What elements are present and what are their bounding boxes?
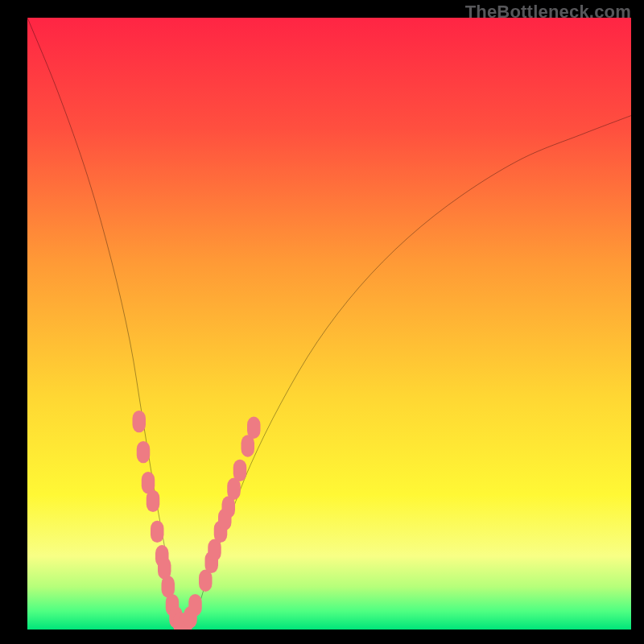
data-marker xyxy=(151,521,164,543)
data-markers xyxy=(133,411,261,630)
curve-layer xyxy=(27,18,631,630)
chart-frame: TheBottleneck.com xyxy=(0,0,644,644)
data-marker xyxy=(133,411,147,432)
bottleneck-curve xyxy=(27,18,631,623)
data-marker xyxy=(147,490,160,512)
data-marker xyxy=(233,460,247,481)
plot-area xyxy=(27,18,631,630)
data-marker xyxy=(247,417,261,439)
data-marker xyxy=(137,441,151,463)
watermark-text: TheBottleneck.com xyxy=(465,2,631,23)
data-marker xyxy=(188,594,202,616)
